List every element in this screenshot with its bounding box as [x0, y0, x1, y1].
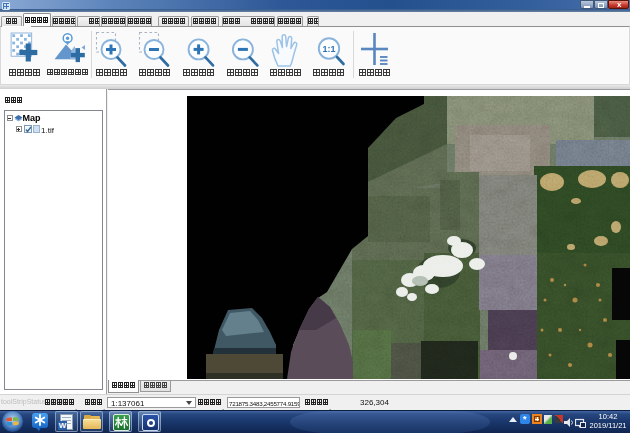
svg-text:1:1: 1:1	[322, 44, 335, 54]
